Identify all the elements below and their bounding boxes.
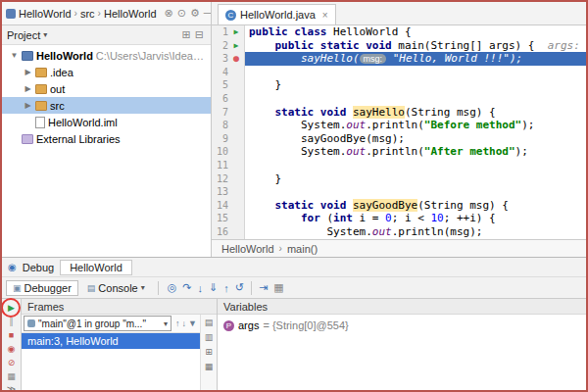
expand-all-icon[interactable]: ⊞ [180,29,193,40]
breakpoint-icon[interactable]: ● [229,52,243,66]
code-token: ); [515,145,528,158]
project-panel: Project ▾ ⊞⊟ ▼HelloWorld C:\Users\Jarvis… [2,25,212,257]
tab-helloworld-java[interactable]: C HelloWorld.java × [218,4,336,24]
collapse-all-icon[interactable]: ⊟ [193,29,206,40]
code-line[interactable]: 6 [212,92,586,106]
step-over-icon[interactable]: ↷ [179,280,194,295]
tree-item--idea[interactable]: ▶.idea [2,64,211,80]
export-frames-icon[interactable]: ▤ [205,318,214,327]
hide-frames-icon[interactable]: ▥ [205,332,214,342]
code-token: .println( [366,119,424,131]
gutter-space [229,132,243,146]
code-line[interactable]: 11 [212,159,586,172]
run-to-cursor-icon[interactable]: ⇥ [256,280,270,295]
expand-arrow-icon[interactable]: ▼ [10,51,19,60]
stop-icon[interactable]: ■ [5,329,19,341]
chevron-right-icon: › [74,8,77,19]
step-into-icon[interactable]: ↓ [195,281,207,295]
close-circle-icon[interactable]: ⊗ [163,8,175,19]
code-line[interactable]: 1▶public class HelloWorld { [212,25,586,39]
chevron-down-icon[interactable]: ▾ [43,30,47,39]
code-editor[interactable]: 1▶public class HelloWorld {2▶ public sta… [212,25,586,239]
code-text [245,92,586,106]
run-icon[interactable]: ▶ [229,25,243,39]
editor-tab-bar: C HelloWorld.java × [212,2,586,24]
hide-icon[interactable]: ─ [202,8,212,19]
expand-arrow-icon[interactable]: ▶ [24,84,32,93]
code-line[interactable]: 12 } [212,172,586,186]
force-step-into-icon[interactable]: ⇓ [206,280,220,295]
debug-toolbar: ▣Debugger▤Console▾ ◎↷↓⇓↑↺⇥▦ [2,277,586,299]
locate-icon[interactable]: ⊙ [175,8,188,19]
code-lines: 1▶public class HelloWorld {2▶ public sta… [212,25,586,239]
frames-layout-icon[interactable]: ▦ [205,362,214,371]
code-line[interactable]: 9 sayGoodBye(msg); [212,132,586,146]
expand-arrow-icon[interactable]: ▶ [24,101,32,110]
code-text: System.out.println(msg); [245,225,586,239]
code-token: 10 [430,212,443,224]
tree-item-src[interactable]: ▶src [2,97,211,114]
code-line[interactable]: 15 for (int i = 0; i < 10; ++i) { [212,212,586,225]
annotation-circle [1,298,21,318]
code-token [249,212,301,224]
breadcrumb-item-src[interactable]: src [80,8,95,20]
filter-icon[interactable]: ▼ [187,318,198,328]
tree-item-label: src [50,100,65,112]
gutter-space [229,225,243,239]
tree-item-external-libraries[interactable]: External Libraries [2,130,211,147]
breadcrumb-item-project[interactable]: HelloWorld [19,8,72,20]
run-icon[interactable]: ▶ [229,39,243,53]
code-token: } [249,172,281,185]
tree-item-out[interactable]: ▶out [2,80,211,97]
code-line[interactable]: 4 [212,66,586,79]
code-line[interactable]: 5 } [212,78,586,92]
breadcrumb-item-file[interactable]: HelloWorld [104,8,157,20]
gutter-space [229,145,243,159]
tree-item-root[interactable]: ▼HelloWorld C:\Users\Jarvis\IdeaProjects… [2,47,211,64]
expand-arrow-icon[interactable]: ▶ [24,68,32,76]
breadcrumb-class[interactable]: HelloWorld [221,243,274,255]
restore-layout-icon[interactable]: ▦ [5,370,19,382]
breadcrumb-method[interactable]: main() [287,243,318,255]
code-line[interactable]: 3● sayHello(msg: "Hello, World !!!"); [212,52,586,66]
tab-console[interactable]: ▤Console▾ [80,280,152,296]
thread-dropdown[interactable]: "main"@1 in group "m..." ▾ [24,316,172,331]
parameter-hint-pill: msg: [360,54,387,64]
show-execution-point-icon[interactable]: ◎ [165,280,180,295]
frame-item[interactable]: main:3, HelloWorld [22,333,200,349]
variable-row[interactable]: Pargs = {String[0]@554} [223,318,580,333]
code-line[interactable]: 10 System.out.println("After method"); [212,145,586,159]
more-tool-windows-icon[interactable]: ≫ [7,384,16,392]
settings-gear-icon[interactable]: ⚙ [188,8,202,19]
code-line[interactable]: 16 System.out.println(msg); [212,225,586,239]
code-line[interactable]: 14 static void sayGoodBye(String msg) { [212,199,586,213]
close-icon[interactable]: × [322,10,328,21]
gutter-space [229,185,243,199]
drop-frame-icon[interactable]: ↺ [232,280,247,295]
frames-settings-icon[interactable]: ⊞ [205,347,213,357]
debug-content: ▶∥■◉⊘▦≫ Frames "main"@1 in group "m..." … [2,299,586,390]
debug-panel: ◉ Debug HelloWorld ▣Debugger▤Console▾ ◎↷… [2,257,586,390]
code-line[interactable]: 8 System.out.println("Before method"); [212,119,586,132]
chevron-down-icon: ▾ [164,319,168,328]
line-number: 3 [212,52,229,66]
folder-icon [35,84,47,94]
code-line[interactable]: 7 static void sayHello(String msg) { [212,106,586,120]
step-out-icon[interactable]: ↑ [220,281,232,295]
debug-window-title[interactable]: Debug [23,262,54,273]
evaluate-expression-icon[interactable]: ▦ [270,280,286,295]
code-token: System. [249,225,372,238]
code-token: HelloWorld { [333,25,411,38]
debug-session-tab[interactable]: HelloWorld [60,260,132,275]
pause-icon[interactable]: ∥ [5,316,19,327]
resume-icon[interactable]: ▶ [5,302,19,314]
project-icon [6,9,16,19]
code-line[interactable]: 13 [212,185,586,199]
view-breakpoints-icon[interactable]: ◉ [5,343,19,355]
mute-breakpoints-icon[interactable]: ⊘ [5,357,19,368]
tree-item-helloworld-iml[interactable]: HelloWorld.iml [2,114,211,130]
code-line[interactable]: 2▶ public static void main(String[] args… [212,39,586,53]
code-text: System.out.println("After method"); [245,145,586,159]
tab-debugger[interactable]: ▣Debugger [6,280,78,296]
code-token: public class [249,25,333,38]
